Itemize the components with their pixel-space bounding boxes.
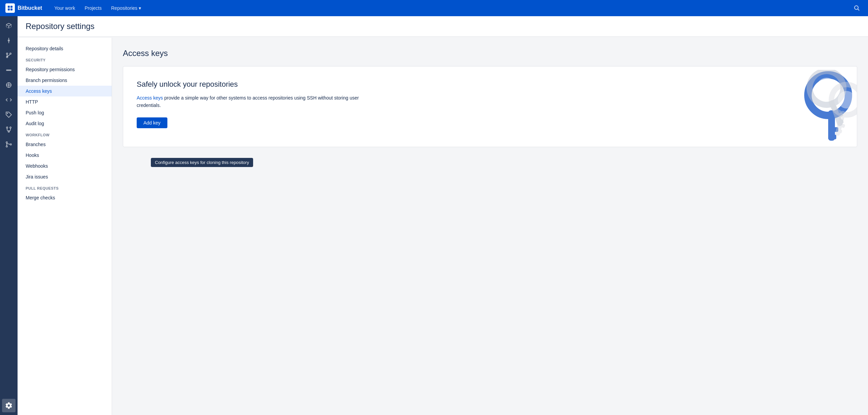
search-icon[interactable] — [851, 2, 863, 14]
sidebar-fork-icon[interactable] — [2, 123, 16, 136]
svg-point-11 — [10, 53, 11, 54]
sidebar-item-push-log[interactable]: Push log — [18, 107, 112, 118]
nav-projects[interactable]: Projects — [81, 3, 106, 13]
security-section-label: SECURITY — [18, 54, 112, 64]
svg-rect-31 — [828, 135, 836, 139]
sidebar-source-icon[interactable] — [2, 19, 16, 32]
access-keys-link[interactable]: Access keys — [137, 95, 163, 101]
sidebar-item-jira-issues[interactable]: Jira issues — [18, 171, 112, 182]
sidebar-item-merge-checks[interactable]: Merge checks — [18, 192, 112, 203]
tooltip: Configure access keys for cloning this r… — [151, 158, 253, 167]
sidebar-item-webhooks[interactable]: Webhooks — [18, 161, 112, 171]
page-title: Repository settings — [26, 22, 860, 31]
sidebar-item-access-keys[interactable]: Access keys — [18, 86, 112, 96]
svg-point-6 — [8, 39, 10, 42]
brand[interactable]: Bitbucket — [5, 3, 42, 13]
main-content: Access keys Safely unlock your repositor… — [112, 38, 868, 415]
top-navbar: Bitbucket Your work Projects Repositorie… — [0, 0, 868, 16]
svg-line-5 — [858, 9, 859, 10]
sidebar-item-branch-permissions[interactable]: Branch permissions — [18, 75, 112, 86]
svg-point-17 — [7, 113, 8, 114]
sidebar-item-branches[interactable]: Branches — [18, 139, 112, 150]
svg-rect-0 — [8, 6, 10, 8]
keys-illustration — [776, 70, 857, 144]
brand-icon — [5, 3, 15, 13]
sidebar-tag-icon[interactable] — [2, 108, 16, 121]
svg-rect-3 — [10, 8, 12, 10]
sidebar-merge2-icon[interactable] — [2, 138, 16, 151]
svg-point-19 — [10, 127, 11, 128]
svg-point-9 — [6, 53, 8, 54]
sidebar-compare-icon[interactable] — [2, 78, 16, 92]
add-key-button[interactable]: Add key — [137, 117, 167, 128]
nav-your-work[interactable]: Your work — [50, 3, 79, 13]
svg-rect-13 — [6, 70, 11, 71]
main-wrapper: Repository details SECURITY Repository p… — [18, 16, 868, 415]
sidebar-commits-icon[interactable] — [2, 34, 16, 47]
sidebar-item-repository-permissions[interactable]: Repository permissions — [18, 64, 112, 75]
left-sidebar — [0, 16, 18, 415]
sidebar-code-icon[interactable] — [2, 93, 16, 107]
sidebar-item-audit-log[interactable]: Audit log — [18, 118, 112, 129]
page-header: Repository settings — [18, 16, 868, 37]
svg-point-4 — [855, 6, 858, 9]
pull-requests-section-label: PULL REQUESTS — [18, 182, 112, 192]
svg-rect-1 — [10, 6, 12, 8]
svg-point-25 — [6, 146, 7, 147]
sidebar-item-hooks[interactable]: Hooks — [18, 150, 112, 161]
sidebar-pullrequests-icon[interactable] — [2, 49, 16, 62]
navbar-nav: Your work Projects Repositories ▾ — [50, 3, 851, 13]
chevron-down-icon: ▾ — [139, 5, 141, 11]
sidebar-settings-icon[interactable] — [2, 399, 16, 412]
sidebar-item-http[interactable]: HTTP — [18, 96, 112, 107]
svg-point-23 — [6, 142, 7, 143]
card-body: Access keys provide a simple way for oth… — [137, 94, 373, 109]
svg-point-18 — [6, 127, 8, 128]
sidebar-item-repository-details[interactable]: Repository details — [18, 43, 112, 54]
access-keys-card: Safely unlock your repositories Access k… — [123, 66, 857, 147]
brand-name: Bitbucket — [18, 5, 42, 11]
svg-point-24 — [10, 144, 11, 145]
card-heading: Safely unlock your repositories — [137, 80, 843, 89]
content-title: Access keys — [123, 49, 857, 58]
secondary-sidebar: Repository details SECURITY Repository p… — [18, 38, 112, 415]
svg-rect-2 — [8, 8, 10, 10]
content-wrapper: Repository details SECURITY Repository p… — [18, 38, 868, 415]
workflow-section-label: WORKFLOW — [18, 129, 112, 139]
nav-repositories[interactable]: Repositories ▾ — [107, 3, 145, 13]
sidebar-merges-icon[interactable] — [2, 63, 16, 77]
